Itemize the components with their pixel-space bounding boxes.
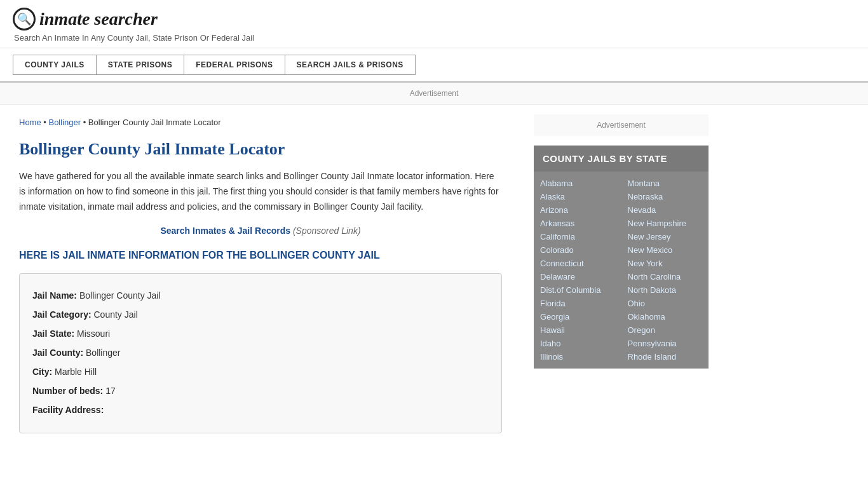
state-link[interactable]: Connecticut — [540, 257, 615, 270]
state-link[interactable]: Hawaii — [540, 323, 615, 337]
jail-category-row: Jail Category: County Jail — [32, 306, 489, 323]
state-box: COUNTY JAILS BY STATE AlabamaAlaskaArizo… — [534, 146, 709, 369]
state-link[interactable]: Illinois — [540, 350, 615, 363]
state-link[interactable]: Nevada — [628, 203, 703, 217]
state-link[interactable]: Georgia — [540, 310, 615, 323]
state-list: AlabamaAlaskaArizonaArkansasCaliforniaCo… — [534, 172, 709, 369]
jail-beds-value: 17 — [105, 386, 116, 396]
jail-state-row: Jail State: Missouri — [32, 325, 489, 342]
jail-category-value: County Jail — [93, 309, 137, 320]
jail-beds-row: Number of beds: 17 — [32, 382, 489, 400]
state-link[interactable]: Oregon — [628, 323, 703, 337]
nav-county-jails[interactable]: COUNTY JAILS — [13, 55, 96, 75]
main-layout: Home • Bollinger • Bollinger County Jail… — [0, 105, 868, 446]
jail-state-label: Jail State: — [32, 329, 74, 339]
sponsored-link[interactable]: Search Inmates & Jail Records — [160, 226, 290, 236]
jail-beds-label: Number of beds: — [32, 386, 103, 396]
jail-name-row: Jail Name: Bollinger County Jail — [32, 287, 489, 304]
state-box-header: COUNTY JAILS BY STATE — [534, 146, 709, 172]
jail-category-label: Jail Category: — [32, 309, 92, 320]
state-link[interactable]: North Dakota — [628, 283, 703, 297]
jail-address-label: Facility Address: — [32, 405, 104, 415]
sponsored-link-container: Search Inmates & Jail Records (Sponsored… — [19, 226, 502, 236]
jail-info-box: Jail Name: Bollinger County Jail Jail Ca… — [19, 273, 502, 433]
logo-icon: 🔍 — [13, 8, 36, 30]
state-link[interactable]: Dist.of Columbia — [540, 283, 615, 297]
breadcrumb-parent[interactable]: Bollinger — [48, 118, 81, 127]
logo-brand: inmate searcher — [39, 9, 158, 29]
site-tagline: Search An Inmate In Any County Jail, Sta… — [14, 33, 855, 43]
jail-county-label: Jail County: — [32, 348, 83, 358]
state-link[interactable]: Florida — [540, 297, 615, 310]
jail-address-row: Facility Address: — [32, 401, 489, 419]
state-link[interactable]: Ohio — [628, 297, 703, 310]
jail-name-label: Jail Name: — [32, 290, 77, 301]
state-link[interactable]: North Carolina — [628, 270, 703, 283]
state-link[interactable]: Idaho — [540, 337, 615, 350]
state-link[interactable]: Delaware — [540, 270, 615, 283]
nav-federal-prisons[interactable]: FEDERAL PRISONS — [184, 55, 284, 75]
nav-state-prisons[interactable]: STATE PRISONS — [96, 55, 184, 75]
state-link[interactable]: California — [540, 230, 615, 243]
sidebar: Advertisement COUNTY JAILS BY STATE Alab… — [521, 105, 718, 446]
main-nav: COUNTY JAILS STATE PRISONS FEDERAL PRISO… — [0, 48, 868, 83]
state-link[interactable]: New Jersey — [628, 230, 703, 243]
jail-city-row: City: Marble Hill — [32, 363, 489, 381]
section-subheading: HERE IS JAIL INMATE INFORMATION FOR THE … — [19, 248, 502, 262]
sidebar-ad: Advertisement — [534, 114, 709, 136]
jail-county-row: Jail County: Bollinger — [32, 344, 489, 362]
site-header: 🔍 inmate searcher Search An Inmate In An… — [0, 0, 868, 48]
state-link[interactable]: Alabama — [540, 177, 615, 190]
ad-banner-top: Advertisement — [0, 83, 868, 105]
jail-city-value: Marble Hill — [55, 367, 97, 377]
state-link[interactable]: Montana — [628, 177, 703, 190]
logo-area: 🔍 inmate searcher — [13, 8, 855, 30]
jail-state-value: Missouri — [77, 329, 110, 339]
state-box-title: COUNTY JAILS BY STATE — [543, 153, 700, 164]
breadcrumb-current: Bollinger County Jail Inmate Locator — [88, 118, 221, 127]
jail-city-label: City: — [32, 367, 52, 377]
page-title: Bollinger County Jail Inmate Locator — [19, 140, 502, 159]
state-link[interactable]: New Hampshire — [628, 217, 703, 230]
state-link[interactable]: New York — [628, 257, 703, 270]
nav-search-jails[interactable]: SEARCH JAILS & PRISONS — [285, 55, 416, 75]
main-content: Home • Bollinger • Bollinger County Jail… — [0, 105, 521, 446]
state-col-left: AlabamaAlaskaArizonaArkansasCaliforniaCo… — [534, 177, 621, 363]
state-col-right: MontanaNebraskaNevadaNew HampshireNew Je… — [621, 177, 709, 363]
state-link[interactable]: Arkansas — [540, 217, 615, 230]
sponsored-label: (Sponsored Link) — [293, 226, 361, 236]
state-link[interactable]: Colorado — [540, 243, 615, 257]
state-link[interactable]: Arizona — [540, 203, 615, 217]
page-description: We have gathered for you all the availab… — [19, 169, 502, 214]
state-link[interactable]: Oklahoma — [628, 310, 703, 323]
state-link[interactable]: Pennsylvania — [628, 337, 703, 350]
state-link[interactable]: Rhode Island — [628, 350, 703, 363]
jail-county-value: Bollinger — [86, 348, 120, 358]
state-link[interactable]: Alaska — [540, 190, 615, 203]
jail-name-value: Bollinger County Jail — [79, 290, 161, 301]
state-link[interactable]: New Mexico — [628, 243, 703, 257]
breadcrumb: Home • Bollinger • Bollinger County Jail… — [19, 118, 502, 127]
breadcrumb-home[interactable]: Home — [19, 118, 41, 127]
logo-text: inmate searcher — [39, 9, 158, 29]
state-link[interactable]: Nebraska — [628, 190, 703, 203]
